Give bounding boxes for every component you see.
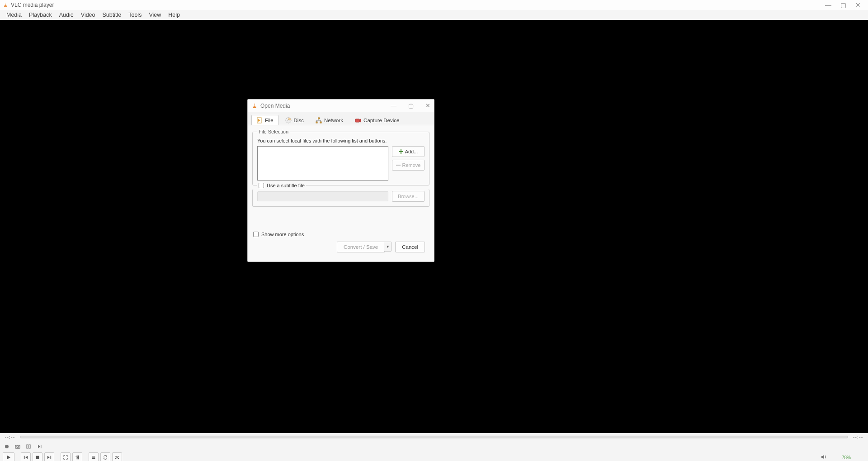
- svg-rect-14: [254, 104, 255, 104]
- svg-rect-9: [51, 456, 52, 459]
- browse-subtitle-button[interactable]: Browse...: [392, 191, 425, 202]
- time-elapsed-label: --:--: [4, 434, 16, 440]
- tab-file[interactable]: File: [251, 115, 278, 125]
- fullscreen-button[interactable]: [61, 452, 71, 461]
- stop-button[interactable]: [33, 452, 42, 461]
- file-icon: [256, 117, 263, 124]
- show-more-options-checkbox[interactable]: [253, 232, 259, 237]
- subtitle-path-field: [257, 191, 388, 201]
- snapshot-button[interactable]: [14, 442, 22, 451]
- menu-help[interactable]: Help: [165, 11, 184, 19]
- svg-point-5: [17, 446, 19, 448]
- remove-file-label: Remove: [402, 162, 421, 168]
- menu-subtitle[interactable]: Subtitle: [99, 11, 125, 19]
- svg-rect-8: [36, 456, 39, 459]
- dialog-close-button[interactable]: ✕: [425, 102, 430, 109]
- app-titlebar: VLC media player — ▢ ✕: [0, 0, 868, 10]
- tab-file-label: File: [265, 118, 274, 123]
- menubar: Media Playback Audio Video Subtitle Tool…: [0, 10, 868, 20]
- volume-percent-label: 78%: [842, 455, 851, 460]
- tab-capture-device-label: Capture Device: [363, 118, 399, 123]
- network-icon: [316, 117, 322, 124]
- open-media-dialog: Open Media — ▢ ✕ File Disc Network: [247, 99, 434, 262]
- window-maximize-button[interactable]: ▢: [840, 1, 846, 9]
- time-total-label: --:--: [852, 434, 864, 440]
- next-button[interactable]: [44, 452, 54, 461]
- atob-loop-button[interactable]: [24, 442, 33, 451]
- vlc-cone-icon: [251, 103, 258, 109]
- tab-network-label: Network: [324, 118, 343, 123]
- svg-rect-25: [396, 165, 401, 166]
- svg-rect-24: [399, 151, 403, 152]
- tab-disc-label: Disc: [294, 118, 304, 123]
- frame-step-button[interactable]: [35, 442, 43, 451]
- file-selection-hint: You can select local files with the foll…: [257, 138, 425, 143]
- svg-rect-6: [41, 445, 42, 448]
- loop-button[interactable]: [100, 452, 110, 461]
- menu-tools[interactable]: Tools: [125, 11, 145, 19]
- menu-media[interactable]: Media: [3, 11, 25, 19]
- svg-rect-21: [320, 122, 321, 123]
- dialog-title: Open Media: [260, 103, 290, 109]
- svg-rect-11: [77, 457, 78, 458]
- tab-capture-device[interactable]: Capture Device: [350, 115, 404, 125]
- file-selection-legend: File Selection: [257, 129, 290, 134]
- show-more-options-label: Show more options: [261, 232, 304, 237]
- svg-rect-20: [316, 122, 317, 123]
- plus-icon: [399, 149, 403, 154]
- capture-device-icon: [355, 117, 361, 124]
- dialog-minimize-button[interactable]: —: [391, 102, 396, 109]
- subtitle-group: Use a subtitle file Browse...: [252, 189, 429, 207]
- dialog-maximize-button[interactable]: ▢: [408, 102, 414, 109]
- add-file-button[interactable]: Add...: [392, 146, 425, 157]
- svg-rect-2: [5, 5, 6, 5]
- volume-slider[interactable]: 78%: [829, 455, 861, 460]
- shuffle-button[interactable]: [112, 452, 122, 461]
- cancel-label: Cancel: [402, 244, 418, 250]
- svg-rect-22: [355, 119, 359, 122]
- cancel-button[interactable]: Cancel: [395, 242, 425, 252]
- minus-icon: [396, 163, 401, 167]
- dialog-titlebar[interactable]: Open Media — ▢ ✕: [248, 100, 434, 112]
- disc-icon: [285, 117, 292, 124]
- use-subtitle-label: Use a subtitle file: [267, 183, 305, 188]
- window-close-button[interactable]: ✕: [855, 1, 861, 9]
- svg-rect-13: [253, 106, 256, 108]
- svg-rect-0: [4, 6, 7, 7]
- app-title: VLC media player: [11, 2, 54, 8]
- dialog-tabs: File Disc Network Capture Device: [248, 112, 434, 125]
- playlist-button[interactable]: [89, 452, 99, 461]
- browse-subtitle-label: Browse...: [398, 194, 419, 199]
- vlc-cone-icon: [3, 2, 8, 8]
- svg-rect-19: [318, 118, 319, 119]
- seek-slider[interactable]: [20, 436, 848, 438]
- svg-rect-15: [254, 105, 255, 105]
- menu-audio[interactable]: Audio: [56, 11, 77, 19]
- convert-save-button[interactable]: Convert / Save: [337, 242, 385, 252]
- svg-rect-7: [24, 456, 25, 459]
- svg-point-3: [5, 445, 9, 448]
- menu-view[interactable]: View: [145, 11, 165, 19]
- use-subtitle-checkbox[interactable]: [259, 183, 264, 188]
- svg-rect-12: [78, 456, 79, 457]
- menu-playback[interactable]: Playback: [25, 11, 56, 19]
- svg-rect-1: [5, 3, 6, 4]
- tab-network[interactable]: Network: [311, 115, 348, 125]
- tab-disc[interactable]: Disc: [280, 115, 309, 125]
- extended-settings-button[interactable]: [72, 452, 82, 461]
- convert-save-label: Convert / Save: [344, 244, 378, 250]
- file-selection-group: File Selection You can select local file…: [252, 129, 429, 185]
- file-list[interactable]: [257, 146, 388, 181]
- svg-rect-10: [76, 456, 77, 457]
- remove-file-button[interactable]: Remove: [392, 160, 425, 171]
- previous-button[interactable]: [21, 452, 31, 461]
- window-minimize-button[interactable]: —: [825, 1, 831, 9]
- record-button[interactable]: [3, 442, 11, 451]
- convert-save-dropdown[interactable]: ▼: [384, 242, 392, 252]
- play-button[interactable]: [3, 452, 14, 461]
- mute-button[interactable]: [821, 453, 827, 461]
- add-file-label: Add...: [405, 149, 418, 154]
- menu-video[interactable]: Video: [77, 11, 99, 19]
- bottom-control-bar: --:-- --:-- 78%: [0, 433, 868, 461]
